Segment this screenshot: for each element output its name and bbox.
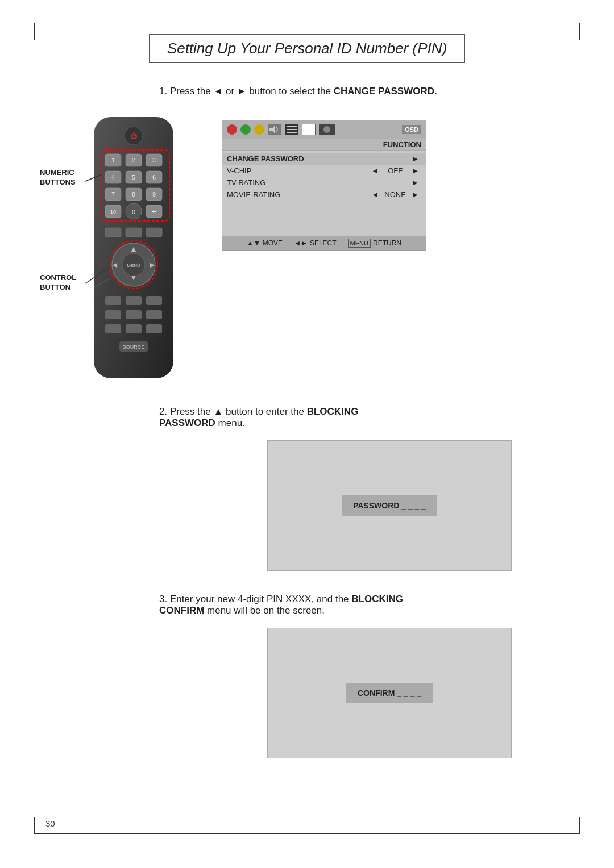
movierating-value: NONE xyxy=(381,190,409,199)
svg-text:4: 4 xyxy=(111,174,115,181)
instruction3-bold: BLOCKING xyxy=(351,594,403,604)
movierating-label: MOVIE-RATING xyxy=(227,190,369,199)
instruction3: 3. Enter your new 4-digit PIN XXXX, and … xyxy=(159,594,569,616)
change-password-arrow: ► xyxy=(412,155,419,163)
menu-icons-left xyxy=(227,124,335,135)
confirm-label: CONFIRM _ _ _ _ xyxy=(358,688,421,698)
menu-rows: CHANGE PASSWORD ► V-CHIP ◄ OFF ► TV-RATI… xyxy=(222,151,426,203)
password-box: PASSWORD _ _ _ _ xyxy=(342,495,437,516)
vchip-value: OFF xyxy=(381,166,409,175)
svg-rect-47 xyxy=(126,324,142,333)
svg-text:8: 8 xyxy=(132,191,135,198)
svg-text:6: 6 xyxy=(152,174,156,181)
instruction2-part2: PASSWORD xyxy=(159,418,215,428)
page-title: Setting Up Your Personal ID Number (PIN) xyxy=(149,34,465,63)
border-right-top xyxy=(579,23,580,40)
tvrating-arrow: ► xyxy=(412,178,419,187)
label-control: CONTROL BUTTON xyxy=(40,273,76,293)
section1-content: NUMERIC BUTTONS CONTROL BUTTON xyxy=(45,108,569,389)
svg-rect-45 xyxy=(146,310,162,319)
svg-rect-44 xyxy=(126,310,142,319)
password-screen: PASSWORD _ _ _ _ xyxy=(267,440,512,571)
svg-text:2: 2 xyxy=(132,157,135,164)
svg-text:SOURCE: SOURCE xyxy=(123,344,145,350)
return-label: RETURN xyxy=(373,239,401,247)
svg-marker-53 xyxy=(269,125,275,134)
border-left-top xyxy=(34,23,35,40)
instruction2-bold: BLOCKING xyxy=(307,406,359,417)
border-top xyxy=(34,23,580,23)
instruction1-bold: CHANGE PASSWORD. xyxy=(334,86,437,97)
move-icon: ▲▼ xyxy=(247,239,260,247)
move-item: ▲▼ MOVE xyxy=(247,239,283,247)
svg-rect-42 xyxy=(146,296,162,305)
vchip-right-arrow: ► xyxy=(412,166,419,175)
page: Setting Up Your Personal ID Number (PIN)… xyxy=(0,0,614,868)
border-bottom xyxy=(34,833,580,834)
red-icon xyxy=(227,124,237,135)
select-item: ◄► SELECT xyxy=(294,239,336,247)
svg-rect-41 xyxy=(126,296,142,305)
menu-bottom-bar: ▲▼ MOVE ◄► SELECT MENU RETURN xyxy=(222,236,426,250)
remote-area: NUMERIC BUTTONS CONTROL BUTTON xyxy=(45,108,205,389)
change-password-label: CHANGE PASSWORD xyxy=(227,155,409,163)
return-item: MENU RETURN xyxy=(348,239,401,248)
vchip-label: V-CHIP xyxy=(227,166,369,175)
movierating-left-arrow: ◄ xyxy=(371,190,379,199)
bars-icon xyxy=(285,124,298,135)
svg-text:7: 7 xyxy=(111,191,115,198)
menu-row-change-password: CHANGE PASSWORD ► xyxy=(222,153,426,165)
svg-text:10: 10 xyxy=(110,209,116,215)
instruction3-part2: CONFIRM xyxy=(159,605,204,616)
select-icon: ◄► xyxy=(294,239,308,247)
svg-rect-29 xyxy=(126,228,142,237)
svg-text:5: 5 xyxy=(132,174,135,181)
instruction1: 1. Press the ◄ or ► button to select the… xyxy=(159,86,569,97)
page-number: 30 xyxy=(45,819,55,828)
svg-text:9: 9 xyxy=(152,191,156,198)
svg-text:1: 1 xyxy=(111,157,115,164)
border-left-bottom xyxy=(34,817,35,834)
menu-screenshot: OSD FUNCTION CHANGE PASSWORD ► V-CHIP ◄ xyxy=(222,120,426,251)
speaker-icon xyxy=(268,124,281,135)
section1: 1. Press the ◄ or ► button to select the… xyxy=(45,86,569,389)
svg-text:0: 0 xyxy=(132,208,135,215)
section3: 3. Enter your new 4-digit PIN XXXX, and … xyxy=(45,594,569,758)
svg-text:MENU: MENU xyxy=(127,263,140,268)
move-label: MOVE xyxy=(263,239,283,247)
svg-rect-46 xyxy=(105,324,121,333)
confirm-box: CONFIRM _ _ _ _ xyxy=(346,683,433,703)
border-right-bottom xyxy=(579,817,580,834)
select-label: SELECT xyxy=(310,239,337,247)
green-icon xyxy=(240,124,251,135)
menu-row-vchip: V-CHIP ◄ OFF ► xyxy=(222,165,426,177)
osd-badge: OSD xyxy=(402,125,421,134)
svg-rect-48 xyxy=(146,324,162,333)
menu-box: MENU xyxy=(348,239,371,248)
menu-row-tvrating: TV-RATING ► xyxy=(222,177,426,189)
svg-text:↩: ↩ xyxy=(152,208,157,215)
yellow-icon xyxy=(254,124,264,135)
svg-text:3: 3 xyxy=(152,157,156,164)
svg-rect-40 xyxy=(105,296,121,305)
menu-top-icons: OSD xyxy=(222,120,426,139)
cam-icon xyxy=(319,124,335,135)
section2: 2. Press the ▲ button to enter the BLOCK… xyxy=(45,406,569,571)
instruction2-part1: 2. Press the ▲ button to enter the xyxy=(159,406,307,417)
svg-text:►: ► xyxy=(148,260,156,269)
svg-rect-28 xyxy=(105,228,121,237)
svg-text:⏻: ⏻ xyxy=(130,132,137,140)
menu-row-movierating: MOVIE-RATING ◄ NONE ► xyxy=(222,189,426,201)
remote-svg: ⏻ 1 2 3 4 5 xyxy=(80,114,205,389)
instruction3-part1: 3. Enter your new 4-digit PIN XXXX, and … xyxy=(159,594,351,604)
label-numeric: NUMERIC BUTTONS xyxy=(40,168,76,187)
svg-text:▼: ▼ xyxy=(130,273,138,282)
svg-rect-30 xyxy=(146,228,162,237)
function-label: FUNCTION xyxy=(222,139,426,151)
instruction2: 2. Press the ▲ button to enter the BLOCK… xyxy=(159,406,569,429)
vchip-left-arrow: ◄ xyxy=(371,166,379,175)
instruction3-suffix: menu will be on the screen. xyxy=(204,605,325,616)
instruction1-text: 1. Press the ◄ or ► button to select the xyxy=(159,86,334,97)
instruction2-suffix: menu. xyxy=(215,418,245,428)
svg-text:◄: ◄ xyxy=(111,260,119,269)
